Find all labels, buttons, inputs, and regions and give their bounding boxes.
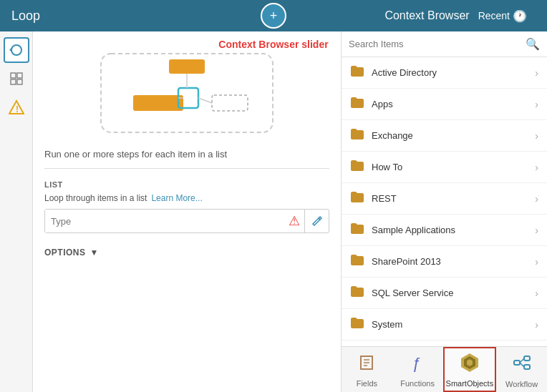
options-chevron-icon: ▼ (90, 248, 99, 258)
chevron-right-icon: › (535, 288, 538, 299)
svg-rect-24 (524, 356, 530, 361)
header-right: Context Browser Recent 🕐 (384, 9, 547, 23)
folder-icon (350, 64, 364, 81)
tab-workflow[interactable]: Workflow (496, 347, 547, 392)
chevron-right-icon: › (535, 256, 538, 268)
error-icon: ⚠ (289, 213, 304, 229)
loop-description: Run one or more steps for each item in a… (44, 149, 329, 169)
tab-fields[interactable]: Fields (342, 347, 392, 392)
cb-item-label: System (372, 319, 528, 330)
svg-line-26 (520, 358, 524, 363)
cb-list-item[interactable]: SQL Server Service › (342, 278, 547, 309)
workflow-tab-icon (512, 353, 532, 377)
cb-list-item[interactable]: Task Allocation › (342, 340, 547, 346)
cb-list-item[interactable]: Apps › (342, 89, 547, 120)
folder-icon (350, 253, 364, 270)
list-label: LIST (44, 180, 329, 189)
options-row[interactable]: OPTIONS ▼ (44, 248, 329, 258)
recent-label: Recent (478, 10, 510, 21)
left-sidebar: ! (0, 31, 33, 392)
folder-icon (350, 96, 364, 112)
cb-list-item[interactable]: How To › (342, 152, 547, 183)
folder-icon (350, 127, 364, 144)
cb-item-label: How To (372, 162, 528, 172)
fields-tab-label: Fields (357, 379, 377, 388)
loop-diagram (44, 43, 329, 143)
type-input[interactable] (45, 210, 289, 232)
folder-icon (350, 285, 364, 301)
svg-text:!: ! (16, 104, 19, 114)
plus-icon: + (270, 9, 278, 24)
svg-rect-8 (169, 59, 205, 74)
type-input-row: ⚠ (44, 209, 329, 233)
smartobjects-tab-icon (460, 352, 480, 376)
chevron-right-icon: › (535, 319, 538, 330)
chevron-right-icon: › (535, 225, 538, 236)
clock-icon: 🕐 (513, 9, 527, 23)
cb-item-label: Apps (372, 99, 528, 109)
chevron-right-icon: › (535, 162, 538, 173)
grid-sidebar-icon[interactable] (4, 66, 29, 92)
tab-functions[interactable]: ƒ Functions (392, 347, 443, 392)
canvas-area: Run one or more steps for each item in a… (33, 31, 341, 392)
cb-item-label: SharePoint 2013 (372, 256, 528, 267)
edit-input-button[interactable] (304, 210, 329, 232)
cb-list-item[interactable]: REST › (342, 183, 547, 215)
page-title: Loop (0, 9, 384, 24)
functions-tab-label: Functions (400, 379, 435, 388)
smartobjects-tab-label: SmartObjects (446, 379, 494, 388)
loop-sidebar-icon[interactable] (4, 37, 29, 63)
chevron-right-icon: › (535, 193, 538, 205)
svg-marker-0 (9, 48, 11, 52)
svg-rect-11 (212, 95, 248, 111)
folder-icon (350, 222, 364, 238)
options-label: OPTIONS (44, 248, 86, 258)
cb-list-item[interactable]: Sample Applications › (342, 215, 547, 246)
recent-button[interactable]: Recent 🕐 (478, 9, 536, 23)
svg-rect-4 (17, 79, 22, 84)
svg-line-14 (198, 98, 212, 103)
cb-list-item[interactable]: Exchange › (342, 120, 547, 152)
svg-rect-2 (17, 73, 22, 78)
folder-icon (350, 159, 364, 175)
cb-item-label: Sample Applications (372, 225, 528, 235)
svg-rect-25 (524, 365, 530, 369)
svg-rect-3 (11, 79, 16, 84)
chevron-right-icon: › (535, 99, 538, 110)
svg-line-27 (520, 363, 524, 367)
search-input[interactable] (349, 39, 526, 49)
functions-tab-icon: ƒ (408, 353, 427, 376)
cb-list-item[interactable]: SharePoint 2013 › (342, 246, 547, 278)
svg-rect-1 (11, 73, 16, 78)
tab-smartobjects[interactable]: SmartObjects (443, 347, 497, 392)
list-section: LIST Loop through items in a list Learn … (44, 180, 329, 233)
context-browser-slider-btn[interactable]: + (261, 3, 286, 29)
chevron-right-icon: › (535, 67, 538, 79)
folder-icon (350, 316, 364, 333)
svg-rect-23 (514, 361, 520, 365)
folder-icon (350, 190, 364, 207)
fields-tab-icon (357, 353, 376, 376)
cb-list-item[interactable]: Active Directory › (342, 57, 547, 89)
cb-item-label: SQL Server Service (372, 288, 528, 298)
context-browser-label: Context Browser (384, 9, 469, 22)
warning-sidebar-icon[interactable]: ! (4, 94, 29, 120)
learn-more-link[interactable]: Learn More... (151, 193, 202, 203)
chevron-right-icon: › (535, 130, 538, 142)
search-bar: 🔍 (342, 31, 547, 57)
svg-rect-9 (133, 95, 183, 111)
header: Loop + Context Browser slider Context Br… (0, 0, 547, 31)
context-browser-list: Active Directory › Apps › Exchange › How… (342, 57, 547, 346)
tab-bar: Fields ƒ Functions SmartObjects Workflow (342, 346, 547, 392)
cb-item-label: Active Directory (372, 67, 528, 78)
main-layout: ! Run one or (0, 31, 547, 392)
search-icon: 🔍 (526, 37, 540, 51)
cb-item-label: REST (372, 193, 528, 204)
cb-item-label: Exchange (372, 130, 528, 141)
context-browser: 🔍 Active Directory › Apps › Exchange › (341, 31, 547, 392)
list-sublabel: Loop through items in a list Learn More.… (44, 193, 329, 203)
svg-text:ƒ: ƒ (412, 354, 420, 372)
cb-list-item[interactable]: System › (342, 309, 547, 340)
workflow-tab-label: Workflow (505, 380, 538, 388)
